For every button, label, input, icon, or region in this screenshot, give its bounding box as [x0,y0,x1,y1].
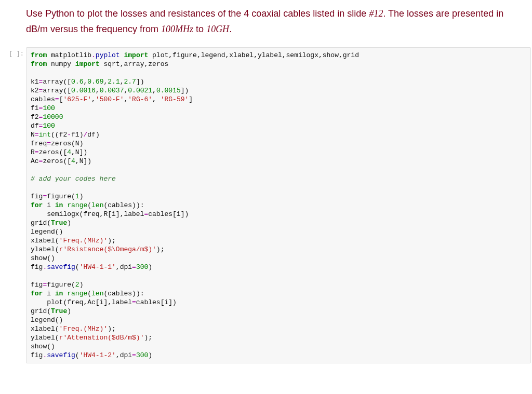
slide-ref: #12 [369,8,383,19]
freq-high: 10GH [206,24,229,34]
problem-text: to [193,24,206,34]
kw-from: from [31,51,47,59]
problem-text: Use Python to plot the losses and resist… [26,8,369,19]
freq-low: 100MHz [161,24,193,34]
code-editor[interactable]: from matplotlib.pyplot import plot,figur… [26,47,531,363]
input-prompt: [ ]: [0,47,26,58]
problem-text: . [229,24,232,34]
problem-statement: Use Python to plot the losses and resist… [0,0,532,47]
code-cell: [ ]: from matplotlib.pyplot import plot,… [0,47,532,363]
comment-add-codes: # add your codes here [31,175,116,183]
